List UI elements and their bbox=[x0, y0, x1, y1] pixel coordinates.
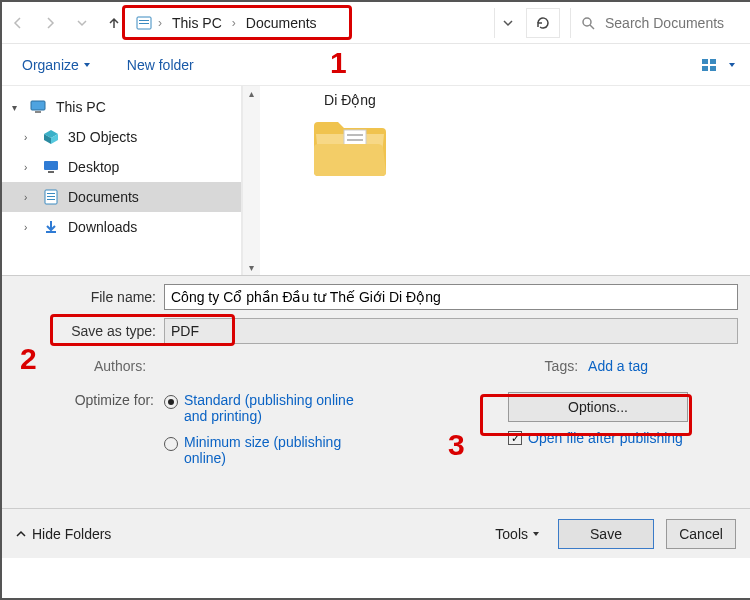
save-button-label: Save bbox=[590, 526, 622, 542]
svg-rect-19 bbox=[347, 139, 363, 141]
tags-label: Tags: bbox=[545, 358, 578, 374]
svg-rect-10 bbox=[44, 161, 58, 170]
tags-add-link[interactable]: Add a tag bbox=[588, 358, 648, 374]
cancel-button[interactable]: Cancel bbox=[666, 519, 736, 549]
optimize-section: Optimize for: Standard (publishing onlin… bbox=[14, 392, 738, 476]
svg-rect-1 bbox=[139, 20, 149, 21]
search-box[interactable] bbox=[570, 8, 750, 38]
save-button[interactable]: Save bbox=[558, 519, 654, 549]
scroll-down-icon: ▾ bbox=[249, 262, 254, 273]
chevron-down-icon bbox=[77, 18, 87, 28]
desktop-icon bbox=[42, 159, 60, 175]
chevron-down-icon bbox=[503, 18, 513, 28]
save-panel: File name: Save as type: PDF 2 Authors: … bbox=[2, 276, 750, 558]
tree-scrollbar[interactable]: ▴ ▾ bbox=[242, 86, 260, 275]
refresh-icon bbox=[535, 15, 551, 31]
options-button-label: Options... bbox=[568, 399, 628, 415]
dialog-footer: Hide Folders Tools Save Cancel bbox=[2, 508, 750, 558]
filename-row: File name: bbox=[14, 284, 738, 310]
tree-item-documents[interactable]: › Documents bbox=[2, 182, 241, 212]
cancel-button-label: Cancel bbox=[679, 526, 723, 542]
svg-rect-9 bbox=[35, 111, 41, 113]
radio-icon bbox=[164, 395, 178, 409]
search-icon bbox=[581, 16, 595, 30]
svg-rect-6 bbox=[702, 66, 708, 71]
svg-rect-14 bbox=[47, 196, 55, 197]
tools-label: Tools bbox=[495, 526, 528, 542]
tree-label: This PC bbox=[56, 99, 106, 115]
file-pane[interactable]: Di Động bbox=[260, 86, 750, 275]
breadcrumb-item[interactable]: This PC bbox=[168, 13, 226, 33]
radio-standard-label: Standard (publishing online and printing… bbox=[184, 392, 354, 424]
caret-down-icon: ▾ bbox=[12, 102, 22, 113]
tree-label: 3D Objects bbox=[68, 129, 137, 145]
svg-rect-2 bbox=[139, 23, 149, 24]
new-folder-button[interactable]: New folder bbox=[121, 53, 200, 77]
authors-label: Authors: bbox=[94, 358, 174, 374]
hide-folders-label: Hide Folders bbox=[32, 526, 111, 542]
svg-rect-7 bbox=[710, 66, 716, 71]
tree-item-desktop[interactable]: › Desktop bbox=[2, 152, 241, 182]
svg-rect-5 bbox=[710, 59, 716, 64]
tree-item-this-pc[interactable]: ▾ This PC bbox=[2, 92, 241, 122]
svg-rect-15 bbox=[47, 199, 55, 200]
svg-rect-11 bbox=[48, 171, 54, 173]
filename-input[interactable] bbox=[164, 284, 738, 310]
chevron-down-icon bbox=[83, 61, 91, 69]
nav-recent-button[interactable] bbox=[66, 2, 98, 44]
breadcrumb-item[interactable]: Documents bbox=[242, 13, 321, 33]
arrow-left-icon bbox=[11, 16, 25, 30]
savetype-label: Save as type: bbox=[14, 323, 164, 339]
open-after-checkbox-row[interactable]: ✓ Open file after publishing bbox=[508, 430, 738, 446]
chevron-up-icon bbox=[16, 529, 26, 539]
caret-right-icon: › bbox=[24, 162, 34, 173]
savetype-value: PDF bbox=[171, 323, 199, 339]
view-icon bbox=[702, 57, 726, 73]
downloads-icon bbox=[42, 219, 60, 235]
open-after-label: Open file after publishing bbox=[528, 430, 683, 446]
nav-up-button[interactable] bbox=[98, 2, 130, 44]
filename-label: File name: bbox=[14, 289, 164, 305]
organize-menu[interactable]: Organize bbox=[16, 53, 97, 77]
chevron-down-icon bbox=[532, 530, 540, 538]
tools-menu[interactable]: Tools bbox=[495, 526, 540, 542]
hide-folders-button[interactable]: Hide Folders bbox=[16, 526, 111, 542]
file-item[interactable]: Di Động bbox=[300, 92, 400, 183]
organize-label: Organize bbox=[22, 57, 79, 73]
scroll-up-icon: ▴ bbox=[249, 88, 254, 99]
optimize-label: Optimize for: bbox=[14, 392, 164, 476]
radio-icon bbox=[164, 437, 178, 451]
caret-right-icon: › bbox=[24, 132, 34, 143]
options-column: Options... 3 ✓ Open file after publishin… bbox=[478, 392, 738, 476]
chevron-right-icon: › bbox=[156, 16, 164, 30]
file-item-label: Di Động bbox=[300, 92, 400, 108]
nav-tree: ▾ This PC › 3D Objects › Desktop › D bbox=[2, 86, 242, 275]
savetype-combo[interactable]: PDF bbox=[164, 318, 738, 344]
svg-rect-13 bbox=[47, 193, 55, 194]
cube-icon bbox=[42, 129, 60, 145]
address-dropdown-button[interactable] bbox=[494, 8, 520, 38]
documents-icon bbox=[42, 189, 60, 205]
tree-label: Desktop bbox=[68, 159, 119, 175]
view-options-button[interactable] bbox=[702, 57, 736, 73]
tree-label: Documents bbox=[68, 189, 139, 205]
svg-rect-16 bbox=[46, 231, 56, 233]
radio-standard[interactable]: Standard (publishing online and printing… bbox=[164, 392, 478, 424]
chevron-right-icon: › bbox=[230, 16, 238, 30]
svg-rect-18 bbox=[347, 134, 363, 136]
options-button[interactable]: Options... bbox=[508, 392, 688, 422]
nav-back-button[interactable] bbox=[2, 2, 34, 44]
content-area: ▾ This PC › 3D Objects › Desktop › D bbox=[2, 86, 750, 276]
radio-minimum[interactable]: Minimum size (publishing online) bbox=[164, 434, 478, 466]
tree-item-3d-objects[interactable]: › 3D Objects bbox=[2, 122, 241, 152]
nav-forward-button[interactable] bbox=[34, 2, 66, 44]
radio-minimum-label: Minimum size (publishing online) bbox=[184, 434, 354, 466]
refresh-button[interactable] bbox=[526, 8, 560, 38]
tree-item-downloads[interactable]: › Downloads bbox=[2, 212, 241, 242]
breadcrumb[interactable]: › This PC › Documents bbox=[130, 8, 488, 38]
chevron-down-icon bbox=[728, 61, 736, 69]
search-input[interactable] bbox=[603, 14, 733, 32]
caret-right-icon: › bbox=[24, 192, 34, 203]
command-bar: Organize New folder bbox=[2, 44, 750, 86]
folder-icon bbox=[310, 114, 390, 180]
